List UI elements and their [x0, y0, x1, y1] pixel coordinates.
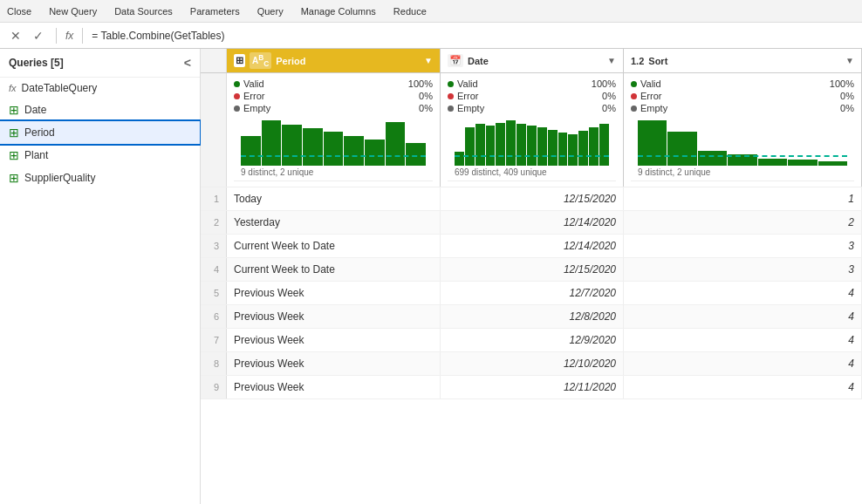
teal-dashed-line — [455, 155, 609, 157]
menu-manage-columns[interactable]: Manage Columns — [301, 6, 376, 17]
chart-bar — [788, 160, 817, 166]
date-chart-footer: 699 distinct, 409 unique — [448, 167, 616, 181]
table-row[interactable]: 9 Previous Week 12/11/2020 4 — [201, 376, 862, 399]
date-chart — [448, 115, 616, 167]
chart-bar — [517, 124, 526, 166]
empty-label: Empty — [243, 103, 415, 113]
table-row[interactable]: 6 Previous Week 12/8/2020 4 — [201, 305, 862, 329]
menu-query[interactable]: Query — [257, 6, 284, 17]
chart-bar — [698, 151, 727, 166]
chart-bar — [667, 132, 696, 166]
table-row[interactable]: 5 Previous Week 12/7/2020 4 — [201, 282, 862, 305]
chart-bar — [527, 126, 537, 166]
chart-bar — [344, 136, 364, 167]
chart-bar — [638, 120, 667, 166]
sidebar-item-datetablequery[interactable]: fx DateTableQuery — [0, 78, 200, 99]
sort-cell: 4 — [624, 352, 862, 375]
error-label: Error — [457, 91, 599, 101]
sort-cell: 1 — [624, 187, 862, 210]
date-cell: 12/15/2020 — [441, 187, 624, 210]
row-number: 8 — [201, 352, 227, 375]
menu-close[interactable]: Close — [7, 6, 31, 17]
valid-label: Valid — [457, 78, 588, 89]
sidebar-item-period[interactable]: ⊞ Period — [0, 121, 200, 144]
menu-data-sources[interactable]: Data Sources — [114, 6, 173, 17]
sidebar-item-date[interactable]: ⊞ Date — [0, 99, 200, 121]
date-empty-pct: 0% — [602, 103, 616, 113]
period-dropdown-icon[interactable]: ▼ — [424, 56, 433, 65]
menu-parameters[interactable]: Parameters — [190, 6, 240, 17]
table-row[interactable]: 3 Current Week to Date 12/14/2020 3 — [201, 235, 862, 258]
chart-bar — [303, 128, 323, 166]
sidebar-item-supplierquality[interactable]: ⊞ SupplierQuality — [0, 167, 200, 189]
sidebar-collapse-button[interactable]: < — [184, 56, 191, 70]
empty-dot — [234, 106, 240, 112]
sidebar-item-plant[interactable]: ⊞ Plant — [0, 144, 200, 167]
table-row[interactable]: 7 Previous Week 12/9/2020 4 — [201, 329, 862, 352]
period-chart — [234, 115, 433, 167]
menu-reduce[interactable]: Reduce — [393, 6, 427, 17]
sort-col-label: Sort — [648, 56, 667, 66]
error-label: Error — [640, 91, 837, 101]
chart-bar — [262, 120, 282, 166]
period-valid-pct: 100% — [408, 78, 433, 89]
sidebar-item-label: SupplierQuality — [24, 172, 95, 184]
period-stats: Valid 100% Error 0% Empty 0% — [227, 73, 441, 187]
period-col-label: Period — [276, 56, 305, 66]
period-chart-footer: 9 distinct, 2 unique — [234, 167, 433, 181]
sort-stats: Valid 100% Error 0% Empty 0% — [624, 73, 862, 187]
period-empty-pct: 0% — [419, 103, 433, 113]
table-type-icon: ⊞ — [234, 54, 245, 67]
valid-dot — [631, 81, 637, 87]
error-label: Error — [243, 91, 415, 101]
formula-cancel-button[interactable]: ✕ — [7, 27, 24, 44]
menu-bar: Close New Query Data Sources Parameters … — [0, 0, 862, 23]
menu-new-query[interactable]: New Query — [49, 6, 97, 17]
sort-empty-pct: 0% — [840, 103, 854, 113]
date-cell: 12/8/2020 — [441, 305, 624, 328]
chart-bar — [241, 136, 261, 167]
formula-separator-2 — [82, 28, 83, 44]
chart-bar — [589, 127, 599, 166]
table-icon: ⊞ — [9, 103, 19, 117]
date-valid-pct: 100% — [592, 78, 616, 89]
date-cell: 12/9/2020 — [441, 329, 624, 351]
row-number: 1 — [201, 187, 227, 210]
period-cell: Today — [227, 187, 441, 210]
error-dot — [448, 93, 454, 99]
table-row[interactable]: 8 Previous Week 12/10/2020 4 — [201, 352, 862, 376]
row-num-stats — [201, 73, 227, 187]
formula-confirm-button[interactable]: ✓ — [30, 27, 47, 44]
period-error-pct: 0% — [419, 91, 433, 101]
teal-dashed-line — [638, 155, 847, 157]
sort-error-pct: 0% — [840, 91, 854, 101]
sort-cell: 2 — [624, 211, 862, 234]
sidebar-header: Queries [5] < — [0, 49, 200, 78]
period-cell: Previous Week — [227, 329, 441, 351]
table-row[interactable]: 4 Current Week to Date 12/15/2020 3 — [201, 258, 862, 282]
chart-bar — [578, 131, 588, 166]
column-header-sort[interactable]: 1.2 Sort ▼ — [624, 49, 862, 72]
date-dropdown-icon[interactable]: ▼ — [607, 56, 616, 65]
sort-dropdown-icon[interactable]: ▼ — [845, 56, 854, 65]
sort-cell: 3 — [624, 235, 862, 257]
formula-input[interactable] — [92, 30, 855, 42]
date-col-label: Date — [468, 56, 489, 66]
chart-bar — [475, 124, 485, 166]
chart-bar — [537, 127, 547, 166]
period-cell: Current Week to Date — [227, 258, 441, 281]
sort-cell: 4 — [624, 376, 862, 398]
chart-bar — [568, 134, 578, 166]
row-number: 7 — [201, 329, 227, 351]
table-row[interactable]: 2 Yesterday 12/14/2020 2 — [201, 211, 862, 235]
chart-bar — [465, 127, 475, 166]
date-cell: 12/15/2020 — [441, 258, 624, 281]
chart-bar — [599, 124, 609, 166]
chart-bar — [818, 161, 847, 166]
column-header-period[interactable]: ⊞ ABC Period ▼ — [227, 49, 441, 72]
sidebar: Queries [5] < fx DateTableQuery ⊞ Date ⊞… — [0, 49, 201, 504]
column-header-date[interactable]: 📅 Date ▼ — [441, 49, 624, 72]
empty-dot — [631, 106, 637, 112]
table-row[interactable]: 1 Today 12/15/2020 1 — [201, 187, 862, 211]
row-number: 4 — [201, 258, 227, 281]
